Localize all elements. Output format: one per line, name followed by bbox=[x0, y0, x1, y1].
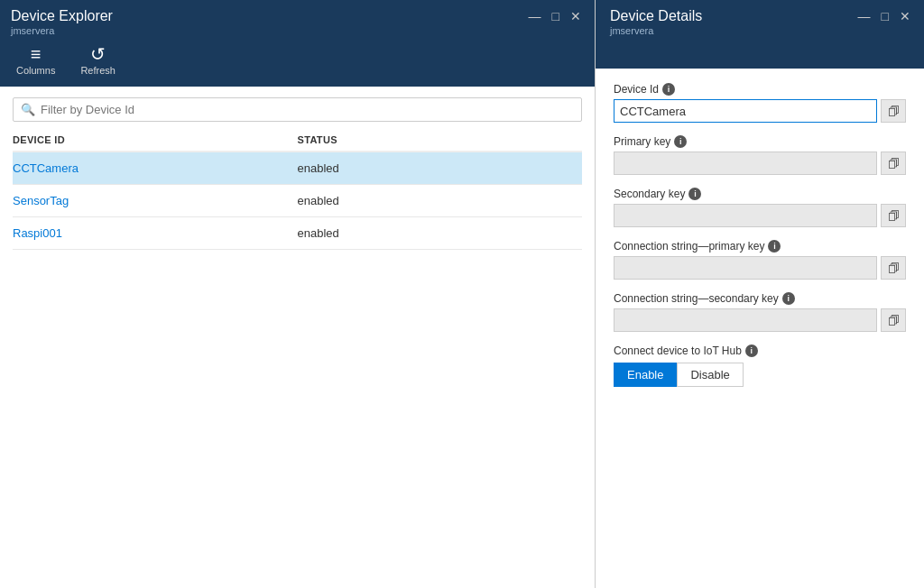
device-id-cell: SensorTag bbox=[13, 194, 298, 207]
device-status-cell: enabled bbox=[298, 194, 583, 207]
left-minimize-button[interactable]: — bbox=[526, 9, 544, 23]
conn-string-primary-input-row: 🗍 bbox=[614, 256, 906, 280]
toolbar: ≡ Columns ↺ Refresh bbox=[0, 36, 595, 87]
conn-string-secondary-info-icon: i bbox=[782, 292, 795, 305]
left-close-button[interactable]: ✕ bbox=[568, 9, 584, 23]
secondary-key-label: Secondary key i bbox=[614, 188, 906, 200]
device-id-cell: Raspi001 bbox=[13, 226, 298, 240]
device-id-input[interactable] bbox=[614, 99, 877, 123]
device-status-cell: enabled bbox=[298, 226, 583, 240]
right-title-left: Device Details jmservera bbox=[610, 7, 702, 36]
table-row[interactable]: CCTCamera enabled bbox=[13, 152, 582, 185]
right-close-button[interactable]: ✕ bbox=[897, 9, 913, 23]
device-id-label: Device Id i bbox=[614, 83, 906, 96]
left-title-left: Device Explorer jmservera bbox=[11, 7, 113, 36]
primary-key-info-icon: i bbox=[674, 135, 687, 148]
right-minimize-button[interactable]: — bbox=[855, 9, 873, 23]
connect-label: Connect device to IoT Hub i bbox=[614, 345, 906, 357]
table-row[interactable]: SensorTag enabled bbox=[13, 185, 582, 217]
refresh-label: Refresh bbox=[80, 65, 116, 76]
conn-string-primary-copy-button[interactable]: 🗍 bbox=[881, 256, 906, 280]
col-header-status: STATUS bbox=[298, 134, 583, 145]
device-id-cell: CCTCamera bbox=[13, 161, 298, 175]
connect-section: Connect device to IoT Hub i Enable Disab… bbox=[614, 345, 906, 387]
right-panel: Device Details jmservera — □ ✕ Device Id… bbox=[596, 0, 924, 588]
conn-string-secondary-field-group: Connection string—secondary key i 🗍 bbox=[614, 292, 906, 332]
device-details-content: Device Id i 🗍 Primary key i 🗍 Secondary … bbox=[596, 69, 924, 588]
conn-string-primary-input bbox=[614, 256, 877, 280]
device-id-info-icon: i bbox=[662, 83, 675, 96]
right-window-controls: — □ ✕ bbox=[855, 7, 913, 23]
refresh-icon: ↺ bbox=[90, 45, 106, 63]
primary-key-copy-button[interactable]: 🗍 bbox=[881, 152, 906, 175]
conn-string-primary-info-icon: i bbox=[768, 240, 781, 253]
enable-button[interactable]: Enable bbox=[614, 363, 677, 387]
conn-string-primary-label: Connection string—primary key i bbox=[614, 240, 906, 253]
left-window-controls: — □ ✕ bbox=[526, 7, 584, 23]
device-id-field-group: Device Id i 🗍 bbox=[614, 83, 906, 123]
device-table: DEVICE ID STATUS CCTCamera enabled Senso… bbox=[0, 129, 595, 588]
search-input[interactable] bbox=[41, 103, 574, 116]
refresh-button[interactable]: ↺ Refresh bbox=[75, 41, 121, 79]
conn-string-secondary-input-row: 🗍 bbox=[614, 308, 906, 332]
left-maximize-button[interactable]: □ bbox=[550, 9, 562, 23]
primary-key-input-row: 🗍 bbox=[614, 152, 906, 175]
device-id-copy-button[interactable]: 🗍 bbox=[881, 99, 906, 123]
left-app-subtitle: jmservera bbox=[11, 25, 113, 36]
table-row[interactable]: Raspi001 enabled bbox=[13, 217, 582, 250]
device-id-input-row: 🗍 bbox=[614, 99, 906, 123]
disable-button[interactable]: Disable bbox=[677, 363, 743, 387]
conn-string-primary-field-group: Connection string—primary key i 🗍 bbox=[614, 240, 906, 280]
left-app-title: Device Explorer bbox=[11, 7, 113, 24]
right-app-subtitle: jmservera bbox=[610, 25, 702, 36]
secondary-key-field-group: Secondary key i 🗍 bbox=[614, 188, 906, 227]
primary-key-label: Primary key i bbox=[614, 135, 906, 148]
conn-string-secondary-label: Connection string—secondary key i bbox=[614, 292, 906, 305]
search-icon: 🔍 bbox=[21, 103, 35, 116]
left-title-bar: Device Explorer jmservera — □ ✕ bbox=[0, 0, 595, 36]
primary-key-field-group: Primary key i 🗍 bbox=[614, 135, 906, 175]
secondary-key-info-icon: i bbox=[688, 188, 701, 200]
right-maximize-button[interactable]: □ bbox=[879, 9, 892, 23]
secondary-key-copy-button[interactable]: 🗍 bbox=[881, 204, 906, 227]
primary-key-input bbox=[614, 152, 877, 175]
enable-disable-group: Enable Disable bbox=[614, 363, 906, 387]
columns-label: Columns bbox=[16, 65, 55, 76]
right-app-title: Device Details bbox=[610, 7, 702, 24]
columns-icon: ≡ bbox=[31, 45, 42, 63]
left-panel: Device Explorer jmservera — □ ✕ ≡ Column… bbox=[0, 0, 596, 588]
conn-string-secondary-copy-button[interactable]: 🗍 bbox=[881, 308, 906, 332]
col-header-device-id: DEVICE ID bbox=[13, 134, 298, 145]
device-status-cell: enabled bbox=[298, 161, 583, 175]
search-bar: 🔍 bbox=[13, 97, 582, 122]
connect-info-icon: i bbox=[745, 345, 758, 357]
columns-button[interactable]: ≡ Columns bbox=[11, 41, 60, 79]
secondary-key-input-row: 🗍 bbox=[614, 204, 906, 227]
right-title-bar: Device Details jmservera — □ ✕ bbox=[596, 0, 924, 69]
search-container: 🔍 bbox=[0, 87, 595, 129]
table-header: DEVICE ID STATUS bbox=[13, 129, 582, 152]
secondary-key-input bbox=[614, 204, 877, 227]
conn-string-secondary-input bbox=[614, 308, 877, 332]
